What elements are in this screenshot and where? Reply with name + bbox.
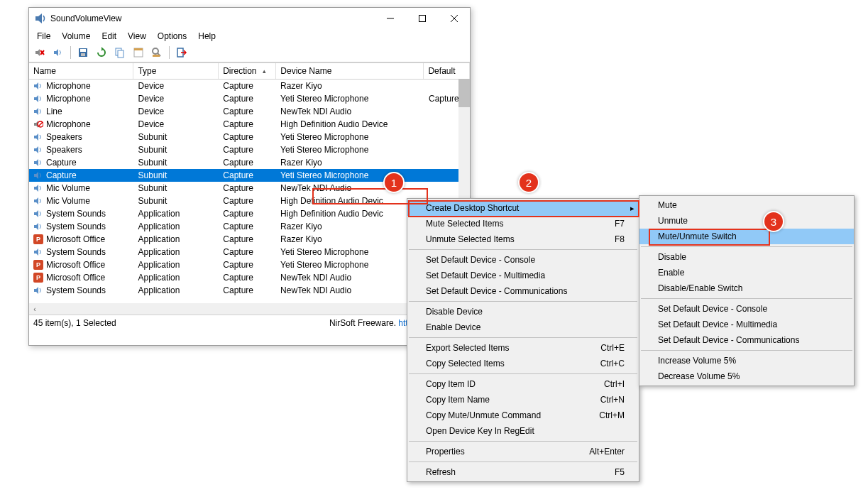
table-row[interactable]: SpeakersSubunitCaptureYeti Stereo Microp… — [29, 143, 470, 156]
menu-item[interactable]: Unmute Selected ItemsF8 — [407, 231, 639, 247]
column-header[interactable]: Name — [29, 63, 133, 79]
copy-icon[interactable] — [112, 45, 128, 60]
menu-item[interactable]: Create Desktop Shortcut — [407, 200, 639, 216]
menu-item-label: Disable Device — [426, 307, 483, 317]
scroll-track[interactable] — [40, 303, 458, 315]
menu-item[interactable]: Mute Selected ItemsF7 — [407, 216, 639, 231]
menu-item[interactable]: Unmute — [639, 213, 854, 229]
menu-item[interactable]: RefreshF5 — [407, 464, 639, 480]
maximize-button[interactable] — [406, 8, 438, 29]
cell-type: Device — [134, 106, 219, 116]
menu-item[interactable]: Mute/Unmute Switch — [639, 229, 854, 244]
speaker-muted-icon — [33, 119, 43, 129]
menu-item[interactable]: Disable — [639, 249, 854, 265]
column-header[interactable]: Device Name — [276, 63, 424, 79]
cell-type: Application — [134, 209, 219, 219]
speaker-icon — [33, 209, 43, 219]
menu-item[interactable]: Enable Device — [407, 320, 639, 335]
menu-item[interactable]: Set Default Device - Multimedia — [407, 268, 639, 283]
menu-item[interactable]: Set Default Device - Communications — [407, 283, 639, 299]
horizontal-scrollbar[interactable]: ‹ › — [29, 303, 470, 315]
menu-separator — [409, 373, 637, 374]
cell-type: Subunit — [134, 196, 219, 206]
menu-item[interactable]: Mute — [639, 197, 854, 213]
table-row[interactable]: PMicrosoft OfficeApplicationCaptureNewTe… — [29, 271, 470, 284]
menu-item-label: Copy Selected Items — [426, 359, 505, 368]
svg-rect-13 — [134, 48, 143, 50]
cell-type: Application — [134, 247, 219, 257]
table-row[interactable]: System SoundsApplicationCaptureRazer Kiy… — [29, 220, 470, 233]
cell-type: Application — [134, 234, 219, 244]
table-row[interactable]: Mic VolumeSubunitCaptureHigh Definition … — [29, 195, 470, 207]
menu-item-label: Disable — [658, 252, 686, 262]
cell-name: Microphone — [46, 119, 91, 129]
unmute-icon[interactable] — [50, 45, 66, 60]
table-row[interactable]: MicrophoneDeviceCaptureRazer Kiyo — [29, 80, 470, 92]
table-row[interactable]: MicrophoneDeviceCaptureHigh Definition A… — [29, 118, 470, 131]
menu-item-label: Create Desktop Shortcut — [426, 203, 519, 213]
menu-item[interactable]: Set Default Device - Console — [639, 301, 854, 317]
table-row[interactable]: SpeakersSubunitCaptureYeti Stereo Microp… — [29, 131, 470, 143]
annotation-2: 2 — [518, 172, 539, 193]
column-header[interactable]: Default — [424, 63, 470, 79]
cell-direction: Capture — [219, 81, 276, 91]
table-row[interactable]: LineDeviceCaptureNewTek NDI Audio — [29, 105, 470, 118]
menu-item[interactable]: Copy Mute/Unmute CommandCtrl+M — [407, 408, 639, 423]
annotation-3: 3 — [763, 211, 784, 232]
cell-name: System Sounds — [46, 209, 106, 219]
table-row[interactable]: System SoundsApplicationCaptureHigh Defi… — [29, 207, 470, 220]
mute-icon[interactable] — [32, 45, 48, 60]
menu-item[interactable]: Copy Item IDCtrl+I — [407, 376, 639, 392]
list-view: NameTypeDirectionDevice NameDefault Micr… — [29, 62, 470, 315]
menu-view[interactable]: View — [123, 30, 151, 43]
menu-volume[interactable]: Volume — [57, 30, 95, 43]
menu-item-label: Enable — [658, 268, 684, 278]
menu-item[interactable]: Copy Selected ItemsCtrl+C — [407, 356, 639, 371]
table-row[interactable]: System SoundsApplicationCaptureNewTek ND… — [29, 284, 470, 297]
minimize-button[interactable] — [374, 8, 406, 29]
table-row[interactable]: CaptureSubunitCaptureRazer Kiyo — [29, 156, 470, 169]
scroll-left-icon[interactable]: ‹ — [29, 303, 40, 315]
menu-item[interactable]: Export Selected ItemsCtrl+E — [407, 340, 639, 356]
cell-direction: Capture — [219, 260, 276, 270]
menu-item-label: Set Default Device - Console — [426, 255, 535, 265]
menu-item[interactable]: Increase Volume 5% — [639, 353, 854, 368]
save-icon[interactable] — [75, 45, 91, 60]
title-bar[interactable]: SoundVolumeView — [29, 8, 470, 29]
menu-item-label: Set Default Device - Communications — [658, 335, 799, 345]
table-row[interactable]: PMicrosoft OfficeApplicationCaptureRazer… — [29, 233, 470, 246]
menu-item[interactable]: Open Device Key In RegEdit — [407, 423, 639, 439]
menu-item[interactable]: Set Default Device - Console — [407, 252, 639, 268]
properties-icon[interactable] — [131, 45, 146, 60]
menu-item[interactable]: Set Default Device - Multimedia — [639, 317, 854, 332]
cell-direction: Capture — [219, 273, 276, 283]
find-icon[interactable] — [149, 45, 165, 60]
column-header[interactable]: Direction — [219, 63, 276, 79]
menu-item[interactable]: Copy Item NameCtrl+N — [407, 392, 639, 408]
menu-item[interactable]: Disable/Enable Switch — [639, 280, 854, 296]
menu-item-label: Set Default Device - Communications — [426, 286, 567, 296]
cell-direction: Capture — [219, 183, 276, 193]
menu-help[interactable]: Help — [193, 30, 221, 43]
menu-options[interactable]: Options — [153, 30, 192, 43]
cell-name: Speakers — [46, 132, 82, 142]
table-row[interactable]: PMicrosoft OfficeApplicationCaptureYeti … — [29, 258, 470, 271]
cell-type: Application — [134, 260, 219, 270]
menu-item[interactable]: Disable Device — [407, 304, 639, 320]
cell-direction: Capture — [219, 209, 276, 219]
scroll-thumb[interactable] — [458, 79, 470, 107]
cell-direction: Capture — [219, 247, 276, 257]
close-button[interactable] — [438, 8, 470, 29]
menu-file[interactable]: File — [32, 30, 55, 43]
table-row[interactable]: System SoundsApplicationCaptureYeti Ster… — [29, 246, 470, 258]
menu-edit[interactable]: Edit — [97, 30, 121, 43]
table-row[interactable]: MicrophoneDeviceCaptureYeti Stereo Micro… — [29, 92, 470, 105]
menu-item[interactable]: PropertiesAlt+Enter — [407, 444, 639, 459]
speaker-icon — [33, 145, 43, 155]
menu-item[interactable]: Set Default Device - Communications — [639, 332, 854, 348]
column-header[interactable]: Type — [133, 63, 219, 79]
exit-icon[interactable] — [174, 45, 189, 60]
menu-item[interactable]: Enable — [639, 265, 854, 280]
menu-item[interactable]: Decrease Volume 5% — [639, 368, 854, 384]
refresh-icon[interactable] — [94, 45, 109, 60]
